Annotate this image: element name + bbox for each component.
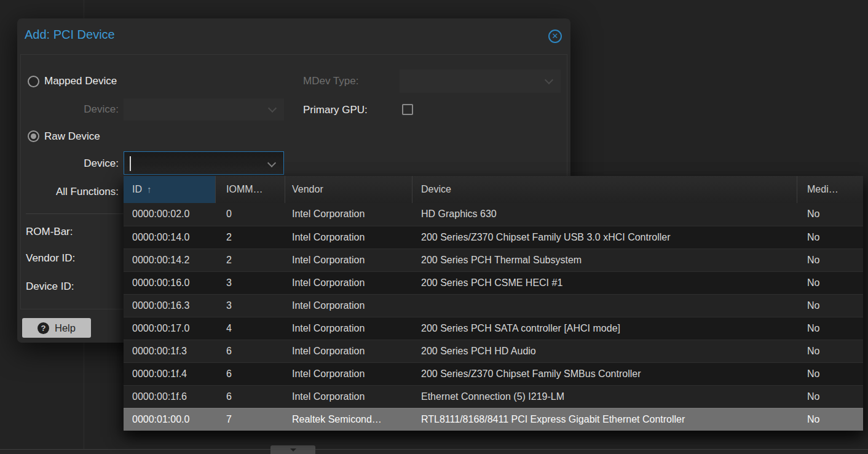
column-header-id[interactable]: ID↑	[124, 176, 216, 203]
cell-vendor: Intel Corporation	[285, 363, 412, 385]
help-icon: ?	[37, 322, 49, 334]
table-row[interactable]: 0000:00:1f.36Intel Corporation200 Series…	[124, 340, 863, 362]
cell-id: 0000:00:14.2	[124, 249, 216, 271]
cell-iommu_group: 2	[216, 226, 285, 249]
table-row[interactable]: 0000:00:1f.66Intel CorporationEthernet C…	[124, 385, 863, 408]
cell-mediated_devices: No	[797, 363, 863, 385]
table-row[interactable]: 0000:00:1f.46Intel Corporation200 Series…	[124, 362, 863, 385]
raw-device-combobox[interactable]	[124, 151, 284, 175]
advanced-section-divider	[26, 213, 124, 214]
chevron-down-icon	[267, 159, 276, 167]
cell-mediated_devices: No	[797, 408, 863, 431]
close-icon[interactable]: ✕	[548, 30, 562, 43]
cell-mediated_devices: No	[797, 295, 863, 317]
cell-mediated_devices: No	[797, 203, 863, 226]
splitter-collapse-handle[interactable]	[270, 445, 315, 454]
cell-iommu_group: 0	[216, 203, 285, 226]
mdev-type-combobox	[400, 70, 561, 93]
mdev-type-label: MDev Type:	[303, 74, 358, 88]
cell-iommu_group: 2	[216, 249, 285, 271]
cell-iommu_group: 6	[216, 340, 285, 362]
cell-vendor: Intel Corporation	[285, 249, 412, 271]
cell-device: 200 Series PCH SATA controller [AHCI mod…	[412, 317, 797, 340]
table-row[interactable]: 0000:00:16.33Intel CorporationNo	[124, 294, 863, 317]
column-header-iommu_group[interactable]: IOMM…	[216, 176, 285, 203]
raw-device-radio[interactable]	[28, 130, 39, 142]
help-button-label: Help	[55, 322, 76, 334]
table-row[interactable]: 0000:00:17.04Intel Corporation200 Series…	[124, 317, 863, 340]
column-header-device[interactable]: Device	[412, 176, 797, 203]
cell-iommu_group: 4	[216, 317, 285, 340]
cell-id: 0000:00:14.0	[124, 226, 216, 249]
pci-device-table-body: 0000:00:02.00Intel CorporationHD Graphic…	[124, 203, 863, 431]
cell-device: 200 Series/Z370 Chipset Family SMBus Con…	[412, 363, 797, 385]
cell-mediated_devices: No	[797, 249, 863, 271]
cell-id: 0000:00:16.3	[124, 295, 216, 317]
table-row[interactable]: 0000:00:14.02Intel Corporation200 Series…	[124, 226, 863, 249]
cell-id: 0000:00:1f.4	[124, 363, 216, 385]
cell-iommu_group: 7	[216, 408, 285, 431]
cell-iommu_group: 3	[216, 295, 285, 317]
table-row[interactable]: 0000:00:02.00Intel CorporationHD Graphic…	[124, 203, 863, 226]
cell-id: 0000:00:1f.3	[124, 340, 216, 362]
chevron-down-icon	[545, 76, 553, 84]
cell-mediated_devices: No	[797, 272, 863, 294]
mapped-device-radio[interactable]	[28, 76, 39, 87]
cell-vendor: Intel Corporation	[285, 295, 412, 317]
table-row[interactable]: 0000:00:14.22Intel Corporation200 Series…	[124, 249, 863, 271]
cell-id: 0000:00:16.0	[124, 272, 216, 294]
cell-device: 200 Series PCH CSME HECI #1	[412, 272, 797, 294]
help-button[interactable]: ? Help	[22, 318, 91, 338]
chevron-down-icon	[290, 448, 296, 452]
cell-mediated_devices: No	[797, 340, 863, 362]
pci-device-dropdown: ID↑IOMM…VendorDeviceMedi… 0000:00:02.00I…	[124, 176, 863, 431]
bottom-panel-edge	[0, 450, 868, 454]
column-header-vendor[interactable]: Vendor	[285, 176, 412, 203]
sort-asc-icon: ↑	[147, 184, 152, 194]
chevron-down-icon	[268, 104, 277, 113]
cell-device: 200 Series PCH HD Audio	[412, 340, 797, 362]
primary-gpu-label: Primary GPU:	[303, 103, 368, 117]
raw-device-radio-label: Raw Device	[44, 130, 100, 143]
cell-vendor: Intel Corporation	[285, 272, 412, 294]
cell-id: 0000:00:1f.6	[124, 386, 216, 408]
table-row[interactable]: 0000:00:16.03Intel Corporation200 Series…	[124, 271, 863, 294]
cell-device: 200 Series/Z370 Chipset Family USB 3.0 x…	[412, 226, 797, 249]
cell-vendor: Intel Corporation	[285, 226, 412, 249]
column-header-mediated_devices[interactable]: Medi…	[797, 176, 863, 203]
cell-id: 0000:00:17.0	[124, 317, 216, 340]
cell-device: 200 Series PCH Thermal Subsystem	[412, 249, 797, 271]
pci-device-table-header: ID↑IOMM…VendorDeviceMedi…	[124, 176, 863, 203]
cell-iommu_group: 6	[216, 363, 285, 385]
cell-mediated_devices: No	[797, 386, 863, 408]
table-row[interactable]: 0000:01:00.07Realtek Semicond…RTL8111/81…	[124, 408, 863, 431]
rom-bar-label: ROM-Bar:	[26, 225, 73, 239]
cell-device	[412, 295, 797, 317]
cell-vendor: Intel Corporation	[285, 386, 412, 408]
cell-device: HD Graphics 630	[412, 203, 797, 226]
vendor-id-label: Vendor ID:	[26, 252, 75, 265]
cell-iommu_group: 6	[216, 386, 285, 408]
primary-gpu-checkbox[interactable]	[402, 104, 413, 115]
cell-vendor: Intel Corporation	[285, 317, 412, 340]
cell-id: 0000:01:00.0	[124, 408, 216, 431]
device-id-label: Device ID:	[26, 280, 74, 293]
mapped-device-radio-label: Mapped Device	[44, 74, 117, 88]
cell-vendor: Intel Corporation	[285, 340, 412, 362]
cell-vendor: Intel Corporation	[285, 203, 412, 226]
cell-device: RTL8111/8168/8411 PCI Express Gigabit Et…	[412, 408, 797, 431]
raw-device-field-label: Device:	[30, 157, 119, 170]
cell-iommu_group: 3	[216, 272, 285, 294]
mapped-device-field-label: Device:	[30, 103, 119, 116]
dialog-title: Add: PCI Device	[25, 28, 115, 42]
mapped-device-combobox	[124, 98, 284, 121]
cell-mediated_devices: No	[797, 317, 863, 340]
cell-device: Ethernet Connection (5) I219-LM	[412, 386, 797, 408]
cell-vendor: Realtek Semicond…	[285, 408, 412, 431]
text-cursor	[130, 156, 131, 171]
all-functions-label: All Functions:	[30, 185, 119, 199]
cell-id: 0000:00:02.0	[124, 203, 216, 226]
cell-mediated_devices: No	[797, 226, 863, 249]
